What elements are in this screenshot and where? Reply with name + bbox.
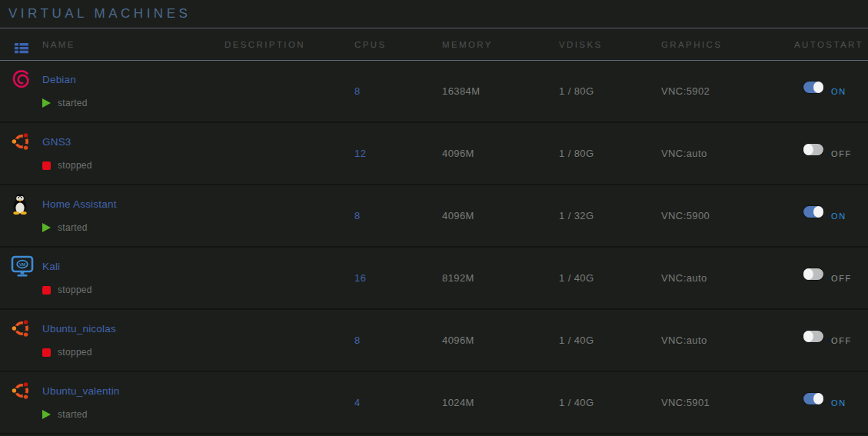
toggle-knob <box>813 82 823 93</box>
vm-name-link[interactable]: Debian <box>42 74 224 86</box>
toggle-knob <box>803 144 813 155</box>
autostart-toggle[interactable] <box>803 144 823 155</box>
vm-memory: 4096M <box>442 185 559 246</box>
col-header-memory: MEMORY <box>442 28 559 60</box>
vm-name-cell: GNS3 stopped <box>42 123 224 184</box>
vm-memory: 4096M <box>442 123 559 184</box>
autostart-state-label: ON <box>831 87 846 96</box>
col-header-cpus: CPUS <box>354 28 442 60</box>
table-view-icon <box>0 28 42 60</box>
vm-name-link[interactable]: Home Assistant <box>42 198 224 211</box>
vm-page: VIRTUAL MACHINES NAME DESCRIPTION CPUS M… <box>0 0 868 436</box>
vm-state: started <box>42 98 224 108</box>
col-header-vdisks: VDISKS <box>559 28 661 60</box>
vm-graphics: VNC:5902 <box>661 61 794 121</box>
autostart-state-label: OFF <box>831 336 852 345</box>
vm-name-link[interactable]: Ubuntu_nicolas <box>42 323 224 335</box>
vm-state-label: started <box>58 98 88 108</box>
vm-description <box>224 123 354 184</box>
vm-name-cell: Kali stopped <box>42 248 224 308</box>
col-header-graphics: GRAPHICS <box>661 28 794 60</box>
toggle-knob <box>813 393 823 404</box>
vm-monitor-icon <box>0 248 42 308</box>
play-icon <box>42 223 51 232</box>
table-row: Home Assistant started 8 4096M 1 / 32G V… <box>0 185 868 248</box>
vm-state: stopped <box>42 161 224 170</box>
vm-cpus-link[interactable]: 4 <box>354 397 361 408</box>
stop-icon <box>42 348 51 357</box>
vm-vdisks: 1 / 40G <box>559 310 661 371</box>
table-row: GNS3 stopped 12 4096M 1 / 80G VNC:auto O… <box>0 123 868 185</box>
vm-graphics: VNC:5900 <box>661 185 794 246</box>
vm-description <box>224 185 354 246</box>
page-titlebar: VIRTUAL MACHINES <box>0 0 868 28</box>
vm-graphics: VNC:auto <box>661 310 794 371</box>
vm-vdisks: 1 / 32G <box>559 185 661 246</box>
vm-cpus-link[interactable]: 16 <box>354 272 366 284</box>
vm-graphics: VNC:auto <box>661 123 794 184</box>
vm-name-cell: Ubuntu_valentin started <box>42 372 224 433</box>
vm-state: stopped <box>42 285 224 295</box>
vm-state: started <box>42 223 224 232</box>
vm-name-cell: Debian started <box>42 61 224 121</box>
vm-state-label: stopped <box>58 285 92 295</box>
autostart-state-label: OFF <box>831 149 852 158</box>
vm-cpus-link[interactable]: 12 <box>354 148 366 159</box>
vm-state-label: stopped <box>58 347 92 358</box>
vm-cpus-link[interactable]: 8 <box>354 85 361 97</box>
vm-name-link[interactable]: Ubuntu_valentin <box>42 385 224 398</box>
autostart-toggle[interactable] <box>803 82 823 93</box>
vm-name-cell: Ubuntu_nicolas stopped <box>42 310 224 371</box>
toggle-knob <box>813 206 823 218</box>
vm-description <box>224 248 354 308</box>
vm-memory: 4096M <box>442 310 559 371</box>
table-row: Kali stopped 16 8192M 1 / 40G VNC:auto O… <box>0 248 868 310</box>
autostart-toggle[interactable] <box>803 268 823 280</box>
vm-vdisks: 1 / 80G <box>559 123 661 184</box>
table-row: Ubuntu_valentin started 4 1024M 1 / 40G … <box>0 372 868 434</box>
vm-vdisks: 1 / 40G <box>559 248 661 308</box>
autostart-toggle[interactable] <box>803 331 823 342</box>
ubuntu-icon <box>0 123 42 184</box>
debian-icon <box>0 61 42 121</box>
autostart-toggle[interactable] <box>803 206 823 218</box>
vm-memory: 16384M <box>442 61 559 121</box>
vm-graphics: VNC:auto <box>661 248 794 308</box>
vm-cpus-link[interactable]: 8 <box>354 210 361 221</box>
col-header-name: NAME <box>42 28 224 60</box>
vm-vdisks: 1 / 40G <box>559 372 661 433</box>
ubuntu-icon <box>0 372 42 433</box>
stop-icon <box>42 161 51 170</box>
autostart-state-label: OFF <box>831 274 852 283</box>
vm-state-label: started <box>58 409 88 420</box>
play-icon <box>42 410 51 419</box>
toggle-knob <box>803 268 813 280</box>
autostart-state-label: ON <box>831 211 846 221</box>
vm-state: started <box>42 410 224 419</box>
table-header: NAME DESCRIPTION CPUS MEMORY VDISKS GRAP… <box>0 28 868 61</box>
stop-icon <box>42 286 51 295</box>
page-title: VIRTUAL MACHINES <box>8 6 191 22</box>
vm-description <box>224 61 354 121</box>
vm-description <box>224 372 354 433</box>
col-header-description: DESCRIPTION <box>224 28 354 60</box>
table-row: Debian started 8 16384M 1 / 80G VNC:5902… <box>0 61 868 123</box>
vm-name-link[interactable]: GNS3 <box>42 136 224 148</box>
col-header-autostart: AUTOSTART <box>794 28 868 60</box>
vm-memory: 8192M <box>442 248 559 308</box>
vm-graphics: VNC:5901 <box>661 372 794 433</box>
vm-name-cell: Home Assistant started <box>42 185 224 246</box>
vm-cpus-link[interactable]: 8 <box>354 334 361 346</box>
vm-state: stopped <box>42 348 224 357</box>
vm-name-link[interactable]: Kali <box>42 261 224 273</box>
autostart-toggle[interactable] <box>803 393 823 404</box>
vm-state-label: stopped <box>58 160 92 171</box>
play-icon <box>42 98 51 108</box>
toggle-knob <box>803 331 813 342</box>
vm-state-label: started <box>58 222 88 233</box>
autostart-state-label: ON <box>831 398 846 408</box>
vm-memory: 1024M <box>442 372 559 433</box>
tux-icon <box>0 185 42 246</box>
vm-vdisks: 1 / 80G <box>559 61 661 121</box>
vm-description <box>224 310 354 371</box>
